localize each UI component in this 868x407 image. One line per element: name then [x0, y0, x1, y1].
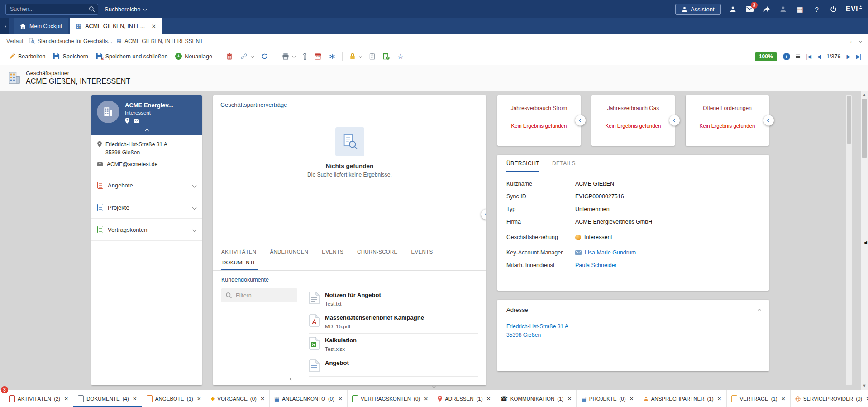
close-icon[interactable]: ✕	[567, 396, 572, 402]
collapse-address-icon[interactable]	[758, 306, 761, 313]
panel-scrollbar-thumb[interactable]	[847, 96, 851, 144]
close-icon[interactable]: ✕	[260, 396, 265, 402]
section-projekte[interactable]: Projekte	[91, 196, 202, 219]
tab-details[interactable]: DETAILS	[552, 160, 576, 172]
prev-page-button[interactable]: ◀	[817, 53, 820, 60]
tab-aktivitaeten[interactable]: AKTIVITÄTEN	[221, 249, 256, 254]
user-icon[interactable]	[729, 5, 738, 14]
refresh-button[interactable]	[258, 51, 271, 62]
special-functions-button[interactable]	[326, 52, 339, 62]
export-button[interactable]	[380, 51, 393, 62]
search-icon[interactable]	[89, 6, 95, 12]
bottom-tab-adressen[interactable]: ADRESSEN (1) ✕	[433, 390, 496, 407]
address-city-link[interactable]: 35398 Gießen	[506, 331, 760, 340]
collapse-bottom-icon[interactable]	[433, 382, 435, 389]
list-item[interactable]: Notizen für Angebot Test.txt	[309, 288, 478, 311]
bottom-tab-vertragskonten[interactable]: VERTRAGSKONTEN (0) ✕	[348, 390, 433, 407]
history-dropdown-icon[interactable]	[859, 39, 862, 43]
pin-icon[interactable]	[125, 118, 129, 124]
close-icon[interactable]: ✕	[133, 396, 137, 402]
print-button[interactable]	[279, 51, 298, 62]
assistant-button[interactable]: Assistent	[675, 4, 721, 15]
bottom-tab-serviceprovider[interactable]: SERVICEPROVIDER (0) ✕	[791, 390, 868, 407]
search-areas-dropdown[interactable]: Suchbereiche	[105, 6, 146, 13]
user-settings-icon[interactable]	[779, 5, 788, 14]
bottom-tab-projekte[interactable]: ▤ PROJEKTE (0) ✕	[577, 390, 639, 407]
close-icon[interactable]: ✕	[64, 396, 68, 402]
close-icon[interactable]: ✕	[424, 396, 428, 402]
close-icon[interactable]: ✕	[486, 396, 491, 402]
tab-events-2[interactable]: EVENTS	[411, 249, 433, 254]
create-button[interactable]: + Neuanlage	[172, 51, 215, 62]
next-page-button[interactable]: ▶	[846, 53, 850, 60]
key-account-manager-link[interactable]: Lisa Marie Gundrum	[585, 249, 636, 256]
close-icon[interactable]: ✕	[630, 396, 634, 402]
lock-button[interactable]	[346, 51, 365, 62]
first-page-button[interactable]: |◀	[806, 53, 811, 60]
history-back-icon[interactable]: ←	[849, 38, 855, 44]
bottom-tab-angebote[interactable]: ANGEBOTE (1) ✕	[142, 390, 206, 407]
kpi-prev-button[interactable]	[575, 115, 586, 126]
section-angebote[interactable]: Angebote	[91, 174, 202, 196]
help-icon[interactable]: ?	[812, 5, 821, 14]
favorite-button[interactable]: ☆	[394, 51, 407, 62]
close-icon[interactable]: ✕	[197, 396, 201, 402]
address-street-link[interactable]: Friedrich-List-Straße 31 A	[506, 322, 760, 331]
expand-tabs-icon[interactable]	[0, 18, 9, 34]
delete-button[interactable]	[223, 51, 236, 62]
scroll-down-icon[interactable]: ▼	[863, 382, 867, 390]
grid-menu-icon[interactable]: ▦	[796, 5, 805, 14]
inside-sales-link[interactable]: Paula Schneider	[575, 262, 617, 268]
close-icon[interactable]: ✕	[866, 396, 868, 402]
tab-aenderungen[interactable]: ÄNDERUNGEN	[270, 249, 308, 254]
breadcrumb-item-search[interactable]: Standardsuche für Geschäfts...	[29, 38, 112, 44]
info-icon[interactable]: i	[783, 53, 790, 60]
scroll-left-icon[interactable]	[290, 375, 292, 382]
envelope-icon[interactable]	[134, 119, 139, 123]
close-tab-icon[interactable]: ✕	[151, 23, 156, 30]
bottom-tab-aktivitaeten[interactable]: AKTIVITÄTEN (2) ✕	[5, 390, 73, 407]
clipboard-button[interactable]	[366, 51, 378, 62]
bottom-tab-vertraege[interactable]: VERTRÄGE (1) ✕	[727, 390, 791, 407]
kpi-prev-button[interactable]	[763, 115, 774, 126]
power-icon[interactable]	[829, 5, 838, 14]
save-button[interactable]: Speichern	[50, 51, 91, 62]
close-icon[interactable]: ✕	[338, 396, 343, 402]
tab-dokumente[interactable]: DOKUMENTE	[221, 257, 258, 270]
scroll-up-icon[interactable]: ▲	[863, 91, 867, 99]
kpi-prev-button[interactable]	[669, 115, 680, 126]
collapse-contact-icon[interactable]	[91, 129, 202, 133]
contact-card-header[interactable]: ACME Energiev... Interessent	[91, 95, 202, 135]
link-button[interactable]	[237, 51, 257, 62]
save-and-close-button[interactable]: × Speichern und schließen	[93, 51, 171, 62]
tab-events[interactable]: EVENTS	[322, 249, 343, 254]
filter-input[interactable]	[221, 288, 297, 302]
tab-churn-score[interactable]: CHURN-SCORE	[357, 249, 398, 254]
section-vertragskonten[interactable]: Vertragskonten	[91, 219, 202, 241]
edit-button[interactable]: Bearbeiten	[5, 51, 48, 62]
close-icon[interactable]: ✕	[717, 396, 722, 402]
menu-icon[interactable]: ≡	[796, 52, 801, 61]
breadcrumb-item-record[interactable]: ACME GIEßEN, INTERESSENT	[116, 38, 203, 44]
tab-mein-cockpit[interactable]: Mein Cockpit	[14, 18, 68, 34]
search-input[interactable]	[5, 4, 98, 15]
bottom-tab-dokumente[interactable]: DOKUMENTE (4) ✕	[73, 390, 142, 407]
tab-uebersicht[interactable]: ÜBERSICHT	[506, 160, 539, 172]
list-item[interactable]: Massendatenserienbrief Kampagne MD_15.pd…	[309, 311, 478, 334]
main-scrollbar-thumb[interactable]	[862, 99, 867, 158]
bottom-tab-anlagenkonto[interactable]: ▦ ANLAGENKONTO (0) ✕	[270, 390, 348, 407]
list-item[interactable]: Angebot	[309, 356, 478, 377]
list-item[interactable]: Kalkulation Test.xlsx	[309, 334, 478, 356]
mail-icon[interactable]: 3	[745, 5, 754, 14]
field-value-text: Interessent	[584, 234, 612, 240]
tab-record-active[interactable]: ACME GIEßEN, INTE... ✕	[70, 18, 162, 34]
bottom-tab-ansprechpartner[interactable]: ANSPRECHPARTNER (1) ✕	[639, 390, 727, 407]
expand-panel-icon[interactable]: ◀	[863, 240, 867, 245]
bottom-tab-vorgaenge[interactable]: ◆ VORGÄNGE (0) ✕	[206, 390, 270, 407]
bottom-tab-kommunikation[interactable]: ☎ KOMMUNIKATION (1) ✕	[496, 390, 577, 407]
serial-letter-button[interactable]	[311, 51, 324, 62]
attachment-button[interactable]	[300, 51, 310, 62]
share-arrow-icon[interactable]	[762, 5, 771, 14]
close-icon[interactable]: ✕	[781, 396, 786, 402]
last-page-button[interactable]: ▶|	[856, 53, 861, 60]
